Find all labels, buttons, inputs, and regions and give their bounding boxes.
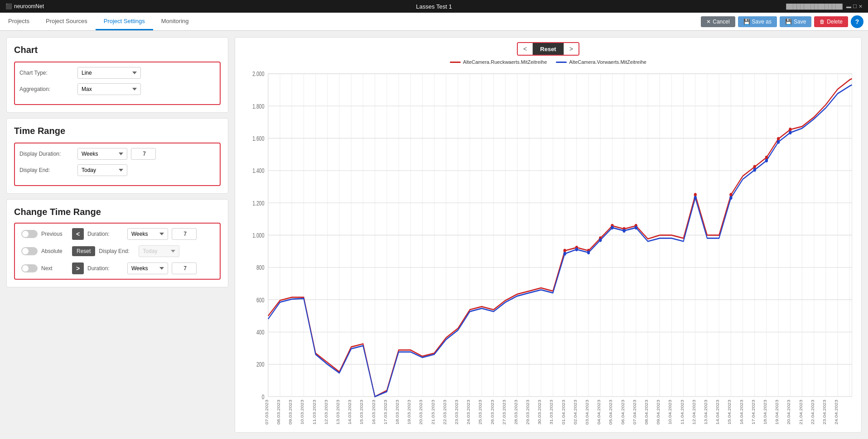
svg-text:12.04.2023: 12.04.2023 [692, 400, 696, 425]
next-duration-unit-select[interactable]: Days Weeks Months [127, 262, 168, 274]
previous-toggle[interactable] [21, 230, 38, 238]
legend-label-1: AlteCamera.Rueckwaerts.MitZeitreihe [463, 59, 547, 65]
svg-text:1.600: 1.600 [252, 135, 264, 143]
svg-text:400: 400 [256, 329, 265, 336]
saveas-button[interactable]: 💾 Save as [738, 16, 777, 27]
svg-text:26.03.2023: 26.03.2023 [490, 400, 494, 425]
next-toggle[interactable] [21, 264, 38, 272]
chart-legend: AlteCamera.Rueckwaerts.MitZeitreihe Alte… [240, 59, 857, 65]
duration-unit-select[interactable]: Days Weeks Months [77, 148, 127, 160]
tab-project-sources[interactable]: Project Sources [38, 13, 96, 30]
svg-text:14.03.2023: 14.03.2023 [347, 400, 352, 425]
tab-monitoring[interactable]: Monitoring [153, 13, 197, 30]
cancel-icon: ✕ [706, 19, 711, 25]
chart-reset-button[interactable]: Reset [533, 43, 563, 55]
svg-text:17.03.2023: 17.03.2023 [383, 400, 387, 425]
svg-text:15.03.2023: 15.03.2023 [360, 400, 364, 425]
svg-text:20.04.2023: 20.04.2023 [787, 400, 791, 425]
previous-duration-value-input[interactable] [172, 228, 197, 240]
svg-text:12.03.2023: 12.03.2023 [324, 400, 328, 425]
blue-dot [694, 196, 697, 200]
previous-duration-unit-select[interactable]: Days Weeks Months [127, 228, 168, 240]
legend-label-2: AlteCamera.Vorwaerts.MitZeitreihe [569, 59, 646, 65]
legend-color-1 [450, 62, 461, 63]
next-row: Next > Duration: Days Weeks Months [18, 260, 217, 277]
svg-text:23.04.2023: 23.04.2023 [822, 400, 826, 425]
time-range-title: Time Range [14, 126, 221, 136]
chart-next-button[interactable]: > [564, 43, 579, 55]
previous-nav-button[interactable]: < [72, 228, 84, 240]
previous-label: Previous [41, 231, 68, 237]
save-button[interactable]: 💾 Save [780, 16, 811, 27]
display-duration-label: Display Duration: [19, 151, 74, 157]
tab-projects[interactable]: Projects [0, 13, 38, 30]
svg-text:30.03.2023: 30.03.2023 [538, 400, 542, 425]
chart-navigation: < Reset > [240, 42, 857, 56]
save-icon: 💾 [785, 19, 792, 25]
svg-text:20.03.2023: 20.03.2023 [419, 400, 423, 425]
svg-text:31.03.2023: 31.03.2023 [550, 400, 554, 425]
svg-text:16.03.2023: 16.03.2023 [371, 400, 376, 425]
chart-nav-group: < Reset > [517, 42, 579, 56]
blue-dot [599, 238, 602, 242]
svg-text:15.04.2023: 15.04.2023 [728, 400, 732, 425]
svg-text:18.03.2023: 18.03.2023 [395, 400, 399, 425]
delete-button[interactable]: 🗑 Delete [814, 16, 848, 27]
svg-text:19.03.2023: 19.03.2023 [407, 400, 411, 425]
svg-text:07.04.2023: 07.04.2023 [632, 400, 637, 425]
svg-text:27.03.2023: 27.03.2023 [502, 400, 506, 425]
svg-text:10.04.2023: 10.04.2023 [668, 400, 672, 425]
display-end-select[interactable]: Today Yesterday Custom [77, 164, 127, 176]
svg-text:29.03.2023: 29.03.2023 [526, 400, 530, 425]
svg-text:1.000: 1.000 [252, 232, 264, 239]
aggregation-label: Aggregation: [19, 86, 74, 92]
svg-text:22.03.2023: 22.03.2023 [443, 400, 447, 425]
svg-text:17.04.2023: 17.04.2023 [751, 400, 755, 425]
aggregation-select[interactable]: Max Min Avg Sum [77, 83, 141, 95]
next-label: Next [41, 265, 68, 272]
svg-text:16.04.2023: 16.04.2023 [739, 400, 743, 425]
legend-color-2 [556, 62, 567, 63]
svg-text:11.03.2023: 11.03.2023 [312, 400, 316, 425]
blue-dot [765, 159, 768, 162]
change-time-range-title: Change Time Range [14, 207, 221, 217]
blue-dot [753, 168, 756, 172]
blue-dot [789, 131, 791, 134]
absolute-reset-button[interactable]: Reset [72, 246, 95, 256]
next-duration-value-input[interactable] [172, 262, 197, 274]
chart-settings-form: Chart Type: Line Bar Area Aggregation: M… [14, 62, 221, 105]
next-nav-button[interactable]: > [72, 262, 84, 274]
help-button[interactable]: ? [851, 15, 863, 28]
change-time-range-form: Previous < Duration: Days Weeks Months A… [14, 223, 221, 280]
display-end-row: Display End: Today Yesterday Custom [19, 164, 215, 176]
svg-text:800: 800 [256, 264, 265, 272]
nav-tabs: Projects Project Sources Project Setting… [0, 13, 868, 31]
app-title: Lasses Test 1 [416, 3, 452, 10]
svg-text:19.04.2023: 19.04.2023 [775, 400, 779, 425]
svg-text:21.04.2023: 21.04.2023 [799, 400, 803, 425]
app-logo: ⬛ neuroomNet [5, 3, 44, 10]
main-content: Chart Chart Type: Line Bar Area Aggregat… [0, 31, 868, 439]
blue-dot [777, 140, 780, 144]
chart-svg: 2.000 1.800 1.600 1.400 1.200 1.000 800 … [240, 67, 857, 428]
absolute-row: Absolute Reset Display End: Today [18, 243, 217, 260]
tab-project-settings[interactable]: Project Settings [96, 13, 153, 30]
svg-text:13.03.2023: 13.03.2023 [336, 400, 340, 425]
svg-text:24.04.2023: 24.04.2023 [834, 400, 838, 425]
chart-type-row: Chart Type: Line Bar Area [19, 67, 215, 79]
cancel-button[interactable]: ✕ Cancel [701, 16, 735, 27]
chart-type-select[interactable]: Line Bar Area [77, 67, 141, 79]
aggregation-row: Aggregation: Max Min Avg Sum [19, 83, 215, 95]
user-info: ████████████████ [786, 4, 843, 9]
change-time-range-card: Change Time Range Previous < Duration: D… [6, 199, 228, 287]
chart-prev-button[interactable]: < [518, 43, 533, 55]
logo-icon: ⬛ [5, 3, 12, 10]
previous-row: Previous < Duration: Days Weeks Months [18, 225, 217, 243]
previous-duration-label: Duration: [87, 231, 124, 237]
svg-text:1.200: 1.200 [252, 200, 264, 207]
absolute-display-end-select[interactable]: Today [139, 245, 179, 257]
svg-text:1.800: 1.800 [252, 103, 264, 110]
absolute-toggle[interactable] [21, 247, 38, 255]
duration-value-input[interactable] [131, 148, 156, 160]
display-duration-row: Display Duration: Days Weeks Months [19, 148, 215, 160]
